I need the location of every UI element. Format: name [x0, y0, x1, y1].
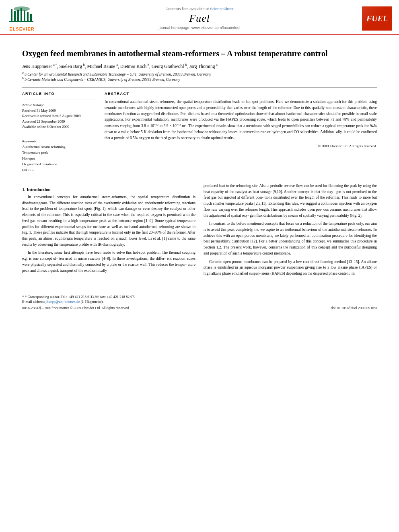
- abstract-text: In conventional autothermal steam-reform…: [105, 99, 377, 141]
- footnote-email: E-mail address: jhuepp@uni-bremen.de (J.…: [22, 300, 377, 304]
- keywords-block: Keywords: Autothermal steam-reforming Te…: [22, 138, 97, 173]
- accepted-date: Accepted 22 September 2009: [22, 119, 97, 125]
- keyword-2: Temperature peak: [22, 150, 97, 155]
- keywords-label: Keywords:: [22, 138, 97, 144]
- journal-homepage-text: journal homepage: www.elsevier.com/locat…: [159, 25, 241, 30]
- svg-rect-1: [14, 11, 16, 21]
- svg-point-8: [14, 6, 30, 11]
- authors-text: Jens Hüppmeier a,*, Suelen Barg b, Micha…: [22, 64, 218, 69]
- article-history-block: Article history: Received 31 May 2009 Re…: [22, 103, 97, 130]
- svg-rect-4: [24, 10, 25, 21]
- article-content: Oxygen feed membranes in autothermal ste…: [0, 35, 399, 287]
- authors-line: Jens Hüppmeier a,*, Suelen Barg b, Micha…: [22, 63, 377, 69]
- received-date: Received 31 May 2009: [22, 108, 97, 114]
- homepage-label: journal homepage: www.elsevier.com/locat…: [159, 25, 241, 30]
- header-divider: [22, 87, 377, 88]
- elsevier-brand-text: ELSEVIER: [9, 27, 34, 31]
- svg-rect-5: [27, 12, 29, 21]
- section-title-text: Introduction: [27, 187, 51, 192]
- history-label: Article history:: [22, 103, 97, 108]
- right-paragraph-2: In contrast to the before mentioned conc…: [204, 221, 377, 256]
- svg-rect-6: [30, 14, 32, 21]
- elsevier-logo: ELSEVIER: [0, 3, 44, 34]
- header-center: Contents lists available at ScienceDirec…: [44, 3, 355, 34]
- issn-text: 0016-2361/$ – see front matter © 2009 El…: [22, 306, 130, 310]
- introduction-title: 1. Introduction: [22, 187, 195, 192]
- article-title: Oxygen feed membranes in autothermal ste…: [22, 48, 377, 59]
- svg-rect-0: [11, 9, 12, 21]
- available-date: Available online 6 October 2009: [22, 124, 97, 130]
- footer-bottom: 0016-2361/$ – see front matter © 2009 El…: [22, 306, 377, 310]
- body-content: 1. Introduction In conventional concepts…: [22, 183, 377, 279]
- intro-paragraph-1: In conventional concepts for autothermal…: [22, 194, 195, 247]
- abstract-column: ABSTRACT In conventional autothermal ste…: [105, 92, 377, 173]
- section-number: 1.: [22, 187, 25, 192]
- email-name: (J. Hüppmeier).: [81, 300, 104, 304]
- email-link[interactable]: jhuepp@uni-bremen.de: [45, 300, 80, 304]
- article-info-abstract: ARTICLE INFO Article history: Received 3…: [22, 92, 377, 173]
- article-info-label: ARTICLE INFO: [22, 92, 97, 96]
- affiliation-a: a a Center for Environmental Research an…: [22, 71, 377, 76]
- copyright-line: © 2009 Elsevier Ltd. All rights reserved…: [105, 144, 377, 148]
- revised-date: Received in revised form 5 August 2009: [22, 113, 97, 119]
- footnote-star-symbol: *: [22, 295, 24, 299]
- svg-rect-7: [9, 21, 33, 22]
- page-footer: * * Corresponding author. Tel.: +49 421 …: [22, 293, 377, 310]
- body-divider: [22, 178, 377, 178]
- keyword-5: HAPES: [22, 167, 97, 173]
- doi-text: doi:10.1016/j.fuel.2009.09.023: [331, 306, 377, 310]
- info-divider-mid: [22, 135, 97, 135]
- keyword-4: Oxygen feed membrane: [22, 161, 97, 167]
- intro-paragraph-2: In the literature, some first attempts h…: [22, 250, 195, 273]
- article-info-column: ARTICLE INFO Article history: Received 3…: [22, 92, 97, 173]
- footnote-corresponding: * * Corresponding author. Tel.: +49 421 …: [22, 295, 377, 299]
- footnote-text: * Corresponding author. Tel.: +49 421 21…: [25, 295, 135, 299]
- keyword-1: Autothermal steam-reforming: [22, 144, 97, 150]
- affiliation-b: b b Ceramic Materials and Components – C…: [22, 76, 377, 82]
- info-divider-top: [22, 99, 97, 99]
- journal-header: ELSEVIER Contents lists available at Sci…: [0, 0, 399, 35]
- right-paragraph-1: produced heat to the reforming site. Als…: [204, 183, 377, 218]
- sciencedirect-line: Contents lists available at ScienceDirec…: [166, 6, 234, 11]
- fuel-logo-box: FUEL: [355, 3, 399, 34]
- abstract-label: ABSTRACT: [105, 92, 377, 96]
- fuel-logo-text: FUEL: [366, 14, 388, 23]
- fuel-journal-logo: FUEL: [362, 6, 392, 31]
- affiliations: a a Center for Environmental Research an…: [22, 71, 377, 82]
- email-label: E-mail address:: [22, 300, 45, 304]
- sciencedirect-link[interactable]: ScienceDirect: [210, 6, 234, 11]
- right-paragraph-3: Ceramic open porous membranes can be pre…: [204, 259, 377, 277]
- svg-rect-2: [17, 10, 19, 21]
- elsevier-tree-icon: [7, 6, 37, 25]
- body-right-column: produced heat to the reforming site. Als…: [204, 183, 377, 279]
- keyword-3: Hot-spot: [22, 156, 97, 161]
- contents-available-text: Contents lists available at: [166, 6, 209, 11]
- journal-name-heading: Fuel: [189, 12, 210, 25]
- body-left-column: 1. Introduction In conventional concepts…: [22, 183, 195, 279]
